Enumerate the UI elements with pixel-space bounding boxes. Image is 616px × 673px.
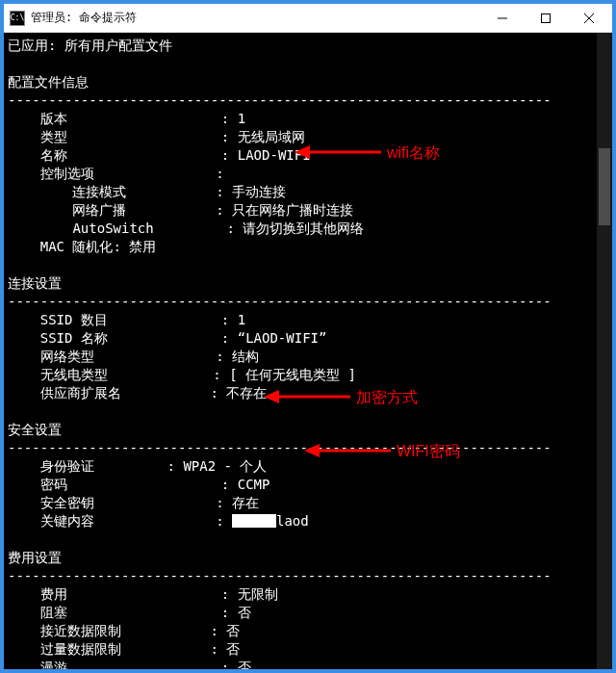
row-key: 连接模式 [8,184,126,199]
scrollbar[interactable] [597,33,612,669]
row-val: 不存在 [226,385,267,401]
row-val: [ 任何无线电类型 ] [229,367,356,382]
row-val: 只在网络广播时连接 [232,202,353,218]
section-header: 配置文件信息 [8,74,89,90]
row-val: 请勿切换到其他网络 [243,220,364,236]
svg-rect-1 [541,13,550,22]
row-key: 版本 [8,111,67,126]
row-key: 网络广播 [8,202,126,218]
row-key: 安全密钥 [8,495,94,510]
annotation-encryption: 加密方式 [264,387,418,406]
maximize-button[interactable] [524,5,567,32]
section-header: 费用设置 [8,550,62,565]
window-title: 管理员: 命令提示符 [31,10,480,26]
row-key: 过量数据限制 [8,641,121,657]
row-key: AutoSwitch [8,220,154,236]
censored-block [232,514,276,528]
scrollbar-thumb[interactable] [599,148,610,225]
section-header: 安全设置 [8,422,62,437]
section-header: 连接设置 [8,275,62,291]
row-val: 1 [238,312,245,327]
row-key: 供应商扩展名 [8,385,121,401]
line: ----------------------------------------… [8,294,552,309]
row-val: 否 [238,605,251,620]
annotation-label: wifi名称 [387,143,440,162]
row-key: 名称 [8,147,67,163]
row-key: SSID 数目 [8,312,108,327]
row-val: LAOD-WIFI [238,147,311,163]
row-val: 手动连接 [232,184,286,199]
command-prompt-window: C:\ 管理员: 命令提示符 已应用: 所有用户配置文件 配置文件信息 ----… [0,0,616,673]
row-val: 否 [226,623,240,638]
line: ----------------------------------------… [8,568,552,583]
row-val: CCMP [238,477,270,492]
row-key: 类型 [8,129,67,144]
titlebar[interactable]: C:\ 管理员: 命令提示符 [4,4,612,33]
row-key: 网络类型 [8,349,94,364]
row-key: 无线电类型 [8,367,108,382]
row-val: laod [276,513,309,529]
row-key: 密码 [8,477,67,492]
row-val: 存在 [232,495,259,510]
line: ----------------------------------------… [8,440,552,455]
annotation-wifi-name: wifi名称 [295,142,440,162]
row-val: 无线局域网 [238,129,305,144]
row-key: 费用 [8,586,67,602]
row-val: 1 [238,111,245,126]
row-key: MAC 随机化: 禁用 [8,239,156,254]
row-key: 关键内容 [8,513,94,529]
row-val: 无限制 [238,586,278,602]
row-key: 身份验证 [8,458,94,474]
row-val: 否 [226,641,240,657]
row-val: WPA2 - 个人 [183,458,267,474]
annotation-label: 加密方式 [356,388,418,406]
cmd-icon: C:\ [10,11,25,26]
row-val: “LAOD-WIFI” [238,330,327,346]
row-key: 阻塞 [8,605,67,620]
minimize-button[interactable] [480,5,524,32]
line: ----------------------------------------… [8,92,552,108]
row-val: 结构 [232,349,259,364]
line: 已应用: 所有用户配置文件 [8,38,172,53]
row-val: 否 [238,660,251,669]
close-button[interactable] [567,5,610,32]
row-key: 接近数据限制 [8,623,121,638]
row-key: 漫游 [8,660,67,669]
terminal-area[interactable]: 已应用: 所有用户配置文件 配置文件信息 -------------------… [4,33,612,669]
row-key: 控制选项 [8,166,94,181]
row-key: SSID 名称 [8,330,108,346]
arrow-icon [264,387,350,406]
